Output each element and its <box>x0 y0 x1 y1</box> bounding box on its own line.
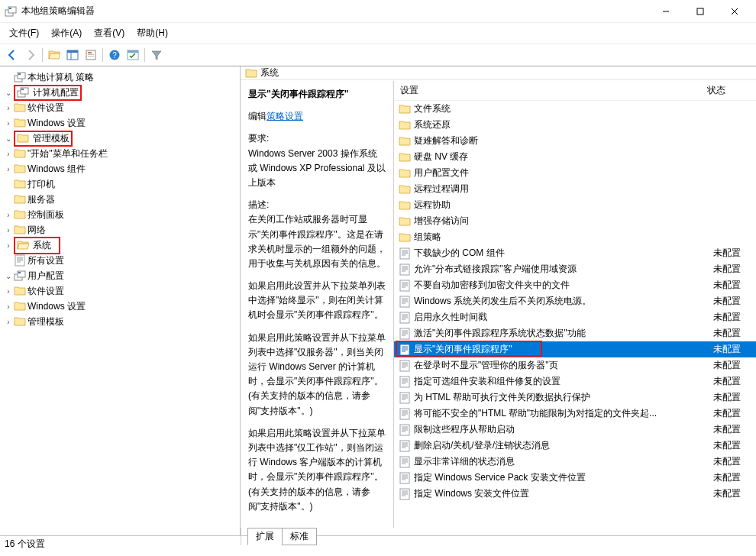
menu-view[interactable]: 查看(V) <box>89 24 129 42</box>
tree-item[interactable]: ·服务器 <box>0 192 240 207</box>
tree-item[interactable]: ·所有设置 <box>0 253 240 268</box>
toggle-panes-button[interactable] <box>63 46 82 64</box>
settings-header[interactable]: 设置 状态 <box>394 81 756 101</box>
settings-subfolder[interactable]: 远程过程调用 <box>394 181 756 197</box>
tree-item[interactable]: ›Windows 设置 <box>0 299 240 314</box>
tree-item[interactable]: ›Windows 设置 <box>0 115 240 131</box>
options-button[interactable] <box>124 46 142 64</box>
settings-item[interactable]: 激活"关闭事件跟踪程序系统状态数据"功能未配置 <box>394 325 756 341</box>
expander-icon[interactable]: › <box>3 241 14 250</box>
tab-standard[interactable]: 标准 <box>282 528 317 545</box>
settings-subfolder[interactable]: 增强存储访问 <box>394 213 756 229</box>
settings-item[interactable]: 指定可选组件安装和组件修复的设置未配置 <box>394 373 756 390</box>
tree-label: 控制面板 <box>27 208 64 221</box>
expander-icon[interactable]: ⌄ <box>3 89 14 97</box>
tree-item[interactable]: ›控制面板 <box>0 207 240 222</box>
settings-item[interactable]: 为 HTML 帮助可执行文件关闭数据执行保护未配置 <box>394 390 756 406</box>
nav-forward-button[interactable] <box>21 46 40 64</box>
settings-subfolder[interactable]: 系统还原 <box>394 117 756 133</box>
expander-icon[interactable]: › <box>3 318 14 326</box>
settings-item[interactable]: 删除启动/关机/登录/注销状态消息未配置 <box>394 438 756 454</box>
description-label: 描述: <box>248 199 269 210</box>
tree-item[interactable]: ›Windows 组件 <box>0 161 240 176</box>
setting-icon <box>399 408 411 420</box>
tree-item[interactable]: ›"开始"菜单和任务栏 <box>0 146 240 161</box>
expander-icon[interactable]: › <box>3 104 14 112</box>
nav-back-button[interactable] <box>3 46 21 64</box>
expander-icon[interactable]: ⌄ <box>3 134 14 143</box>
properties-button[interactable] <box>82 46 100 64</box>
expander-icon[interactable]: ⌄ <box>3 272 14 280</box>
column-setting[interactable]: 设置 <box>400 84 707 97</box>
setting-status: 未配置 <box>713 487 756 500</box>
close-button[interactable] <box>717 0 751 23</box>
setting-icon <box>399 328 411 340</box>
settings-item[interactable]: 启用永久性时间戳未配置 <box>394 309 756 325</box>
settings-item[interactable]: 指定 Windows Service Pack 安装文件位置未配置 <box>394 470 756 486</box>
setting-status: 未配置 <box>713 295 756 308</box>
up-level-button[interactable] <box>45 46 63 64</box>
setting-name: 文件系统 <box>414 102 713 115</box>
edit-policy-link[interactable]: 策略设置 <box>267 111 303 121</box>
settings-item[interactable]: 不要自动加密移到加密文件夹中的文件未配置 <box>394 277 756 293</box>
menu-help[interactable]: 帮助(H) <box>132 24 173 42</box>
folder-icon <box>399 183 411 196</box>
tree-item[interactable]: ›软件设置 <box>0 283 240 299</box>
selected-setting-title: 显示"关闭事件跟踪程序" <box>248 87 386 102</box>
menu-file[interactable]: 文件(F) <box>5 24 44 42</box>
settings-subfolder[interactable]: 组策略 <box>394 229 756 245</box>
tree-user-config[interactable]: ⌄ 用户配置 <box>0 268 240 283</box>
settings-item[interactable]: 限制这些程序从帮助启动未配置 <box>394 422 756 438</box>
help-button[interactable] <box>105 46 124 64</box>
settings-item[interactable]: 指定 Windows 安装文件位置未配置 <box>394 486 756 502</box>
minimize-button[interactable] <box>648 0 683 23</box>
settings-item[interactable]: 显示"关闭事件跟踪程序"未配置 <box>394 341 756 357</box>
setting-name: 系统还原 <box>414 118 713 131</box>
expander-icon[interactable]: › <box>3 226 14 234</box>
maximize-button[interactable] <box>683 0 717 23</box>
description-p2: 如果启用此设置并从下拉菜单列表中选择"始终显示"，则在闭关计算机时会显示"关闭事… <box>248 279 386 323</box>
setting-icon <box>399 344 411 356</box>
tree-item[interactable]: ·打印机 <box>0 176 240 192</box>
tree-item[interactable]: ›网络 <box>0 222 240 238</box>
settings-list[interactable]: 设置 状态 文件系统系统还原疑难解答和诊断硬盘 NV 缓存用户配置文件远程过程调… <box>394 81 756 528</box>
tree-system[interactable]: › 系统 <box>0 238 240 253</box>
settings-subfolder[interactable]: 疑难解答和诊断 <box>394 133 756 149</box>
expander-icon[interactable]: › <box>3 287 14 296</box>
tree-label: Windows 设置 <box>27 300 86 313</box>
expander-icon[interactable]: › <box>3 302 14 311</box>
tree-admin-templates[interactable]: ⌄ 管理模板 <box>0 131 240 146</box>
tree-computer-config[interactable]: ⌄ 计算机配置 <box>0 85 240 100</box>
view-tabs: 扩展 标准 <box>241 528 756 545</box>
menu-action[interactable]: 操作(A) <box>47 24 86 42</box>
navigation-tree[interactable]: ▾ 本地计算机 策略 ⌄ 计算机配置 › <box>0 66 241 535</box>
settings-subfolder[interactable]: 文件系统 <box>394 101 756 117</box>
settings-subfolder[interactable]: 远程协助 <box>394 197 756 213</box>
settings-subfolder[interactable]: 硬盘 NV 缓存 <box>394 149 756 165</box>
settings-item[interactable]: 允许"分布式链接跟踪"客户端使用域资源未配置 <box>394 261 756 277</box>
setting-icon <box>399 376 411 388</box>
tree-root[interactable]: ▾ 本地计算机 策略 <box>0 70 240 85</box>
expander-icon[interactable]: › <box>3 165 14 173</box>
settings-item[interactable]: 将可能不安全的"HTML 帮助"功能限制为对指定的文件夹起...未配置 <box>394 406 756 422</box>
setting-status: 未配置 <box>713 343 756 356</box>
setting-status: 未配置 <box>713 455 756 468</box>
tree-item[interactable]: ›管理模板 <box>0 314 240 329</box>
tree-item[interactable]: ›软件设置 <box>0 100 240 115</box>
folder-icon <box>17 132 29 144</box>
settings-subfolder[interactable]: 用户配置文件 <box>394 165 756 181</box>
column-status[interactable]: 状态 <box>707 84 750 97</box>
setting-name: 远程过程调用 <box>414 183 713 196</box>
settings-item[interactable]: 在登录时不显示"管理你的服务器"页未配置 <box>394 357 756 373</box>
settings-item[interactable]: 显示非常详细的状态消息未配置 <box>394 454 756 470</box>
expander-icon[interactable]: › <box>3 211 14 219</box>
setting-status: 未配置 <box>713 471 756 484</box>
expander-icon[interactable]: › <box>3 150 14 158</box>
setting-icon <box>399 456 411 468</box>
filter-button[interactable] <box>147 46 166 64</box>
tab-extended[interactable]: 扩展 <box>247 528 283 545</box>
settings-item[interactable]: 下载缺少的 COM 组件未配置 <box>394 245 756 261</box>
expander-icon[interactable]: › <box>3 119 14 128</box>
requirements-text: Windows Server 2003 操作系统或 Windows XP Pro… <box>248 148 386 188</box>
settings-item[interactable]: Windows 系统关闭发生后不关闭系统电源。未配置 <box>394 293 756 309</box>
